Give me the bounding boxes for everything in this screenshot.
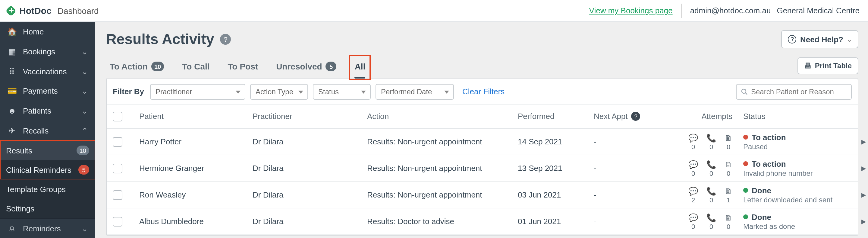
filter-placeholder: Performed Date (381, 87, 432, 96)
phone-icon: 📞 (707, 213, 716, 222)
chevron-down-icon: ⌄ (82, 224, 88, 233)
chevron-down-icon: ⌄ (847, 36, 852, 43)
cell-status: To action Paused (743, 133, 858, 151)
tab-label: Unresolved (276, 62, 322, 71)
need-help-button[interactable]: ? Need Help? ⌄ (781, 30, 858, 48)
row-checkbox[interactable] (113, 216, 122, 226)
cell-action: Results: Non-urgent appointment (367, 190, 518, 199)
sidebar-item-bookings[interactable]: ▦ Bookings ⌄ (0, 42, 95, 62)
filter-status[interactable]: Status (313, 84, 371, 99)
filter-practitioner[interactable]: Practitioner (150, 84, 245, 99)
phone-icon: 📞 (707, 160, 716, 169)
sidebar-item-label: Vaccinations (23, 67, 67, 76)
view-bookings-link[interactable]: View my Bookings page (589, 6, 673, 15)
cell-next-appt: - (594, 137, 671, 146)
cell-attempts: 💬0 📞0 🗎0 (671, 160, 743, 177)
table-row[interactable]: Harry Potter Dr Dilara Results: Non-urge… (107, 129, 858, 155)
sidebar-item-home[interactable]: 🏠 Home (0, 22, 95, 42)
message-icon: 💬 (688, 213, 698, 222)
status-dot-icon (743, 161, 748, 166)
filter-by-label: Filter By (113, 87, 144, 96)
col-next-appt: Next Appt ? (594, 112, 671, 121)
card-icon: 💳 (7, 87, 17, 96)
clear-filters-link[interactable]: Clear Filters (462, 87, 504, 96)
main-content: Results Activity ? ? Need Help? ⌄ To Act… (95, 22, 868, 238)
sidebar-item-recalls[interactable]: ✈ Recalls ⌃ (0, 121, 95, 141)
cell-next-appt: - (594, 164, 671, 173)
row-checkbox[interactable] (113, 137, 122, 147)
chevron-down-icon: ⌄ (82, 107, 88, 116)
account-centre[interactable]: General Medical Centre (777, 6, 860, 15)
row-checkbox[interactable] (113, 190, 122, 200)
cell-performed: 13 Sep 2021 (518, 164, 594, 173)
chevron-right-icon[interactable]: ▶ (858, 138, 866, 145)
cell-patient: Albus Dumbledore (139, 217, 253, 226)
col-action: Action (367, 112, 518, 121)
sidebar-item-reminders[interactable]: 🕭 Reminders ⌄ (0, 218, 95, 238)
sidebar-item-label: Home (23, 27, 44, 36)
tab-to-action[interactable]: To Action 10 (106, 57, 167, 79)
tab-label: To Post (228, 62, 258, 71)
cell-performed: 01 Jun 2021 (518, 217, 594, 226)
search-input[interactable] (751, 87, 847, 96)
print-label: Print Table (815, 62, 852, 70)
chevron-down-icon: ⌄ (82, 47, 88, 56)
tab-unresolved[interactable]: Unresolved 5 (273, 57, 340, 79)
phone-icon: 📞 (707, 186, 716, 195)
col-performed: Performed (518, 112, 594, 121)
filter-action-type[interactable]: Action Type (250, 84, 308, 99)
vaccine-icon: ⠿ (7, 67, 17, 76)
cell-attempts: 💬0 📞0 🗎0 (671, 133, 743, 150)
sidebar-sub-results[interactable]: Results 10 (0, 141, 95, 160)
badge-count: 10 (76, 146, 89, 155)
col-attempts: Attempts (671, 112, 743, 121)
cell-next-appt: - (594, 217, 671, 226)
cell-patient: Harry Potter (139, 137, 253, 146)
cell-performed: 03 Jun 2021 (518, 190, 594, 199)
table-row[interactable]: Hermione Granger Dr Dilara Results: Non-… (107, 155, 858, 182)
cell-action: Results: Doctor to advise (367, 217, 518, 226)
tab-all[interactable]: All (351, 57, 369, 79)
filter-performed-date[interactable]: Performed Date (375, 84, 454, 99)
select-all-checkbox[interactable] (113, 111, 122, 121)
tab-to-post[interactable]: To Post (224, 57, 262, 79)
sidebar-item-label: Payments (23, 87, 58, 96)
cell-next-appt: - (594, 190, 671, 199)
sidebar-sub-template-groups[interactable]: Template Groups (0, 179, 95, 199)
sidebar-item-payments[interactable]: 💳 Payments ⌄ (0, 81, 95, 101)
search-box[interactable] (736, 84, 852, 99)
col-practitioner: Practitioner (253, 112, 367, 121)
cell-status: Done Marked as done (743, 212, 858, 231)
sidebar-item-vaccinations[interactable]: ⠿ Vaccinations ⌄ (0, 61, 95, 81)
sidebar-item-patients[interactable]: ☻ Patients ⌄ (0, 101, 95, 121)
col-status: Status (743, 112, 858, 121)
question-icon: ? (788, 35, 797, 44)
sidebar-subnav-recalls-rest: Template Groups Settings (0, 179, 95, 218)
table-row[interactable]: Ron Weasley Dr Dilara Results: Non-urgen… (107, 182, 858, 208)
results-tabs: To Action 10 To Call To Post Unresolved … (106, 57, 369, 79)
table-row[interactable]: Albus Dumbledore Dr Dilara Results: Doct… (107, 208, 858, 235)
filter-placeholder: Practitioner (156, 87, 192, 96)
status-dot-icon (743, 214, 748, 219)
chevron-right-icon[interactable]: ▶ (858, 191, 866, 198)
page-title: Results Activity (106, 31, 214, 48)
chevron-right-icon[interactable]: ▶ (858, 218, 866, 225)
print-table-button[interactable]: 🖶 Print Table (798, 57, 858, 74)
send-icon: ✈ (7, 126, 17, 135)
col-next-appt-label: Next Appt (594, 112, 628, 121)
sidebar-sub-label: Template Groups (6, 185, 66, 193)
sidebar-sub-settings[interactable]: Settings (0, 199, 95, 218)
row-checkbox[interactable] (113, 163, 122, 173)
need-help-label: Need Help? (800, 35, 843, 44)
help-icon[interactable]: ? (220, 34, 231, 45)
sidebar-sub-clinical-reminders[interactable]: Clinical Reminders 5 (0, 160, 95, 179)
account-email[interactable]: admin@hotdoc.com.au (690, 6, 771, 15)
home-icon: 🏠 (7, 27, 17, 36)
brand-logo[interactable]: HotDoc Dashboard (6, 5, 99, 16)
tab-to-call[interactable]: To Call (179, 57, 213, 79)
help-icon[interactable]: ? (631, 112, 641, 121)
chevron-right-icon[interactable]: ▶ (858, 165, 866, 171)
chevron-up-icon: ⌃ (82, 126, 88, 135)
print-icon: 🖶 (804, 62, 811, 70)
sidebar-sub-label: Clinical Reminders (6, 165, 71, 174)
